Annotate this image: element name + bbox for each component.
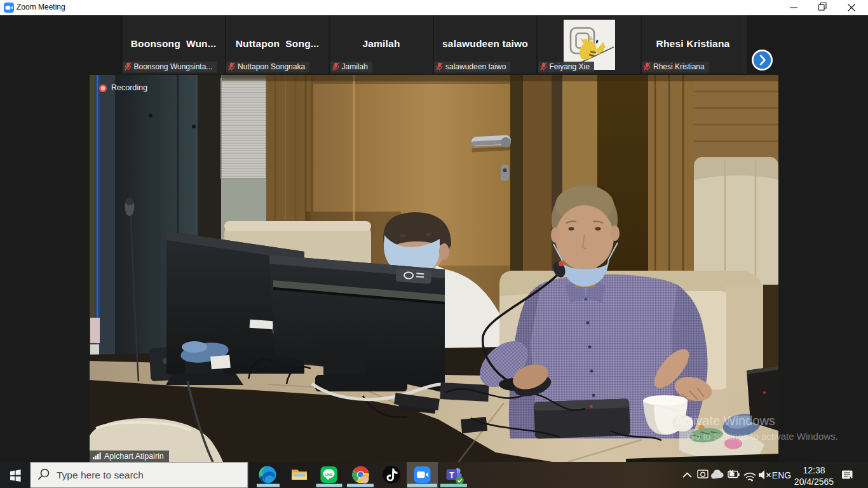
svg-text:Type here to search: Type here to search: [57, 470, 144, 480]
svg-text:20/4/2565: 20/4/2565: [794, 477, 834, 487]
svg-text:LINE: LINE: [325, 473, 333, 477]
svg-text:12:38: 12:38: [803, 465, 825, 475]
svg-text:ENG: ENG: [772, 470, 791, 480]
svg-text:T: T: [449, 471, 454, 480]
